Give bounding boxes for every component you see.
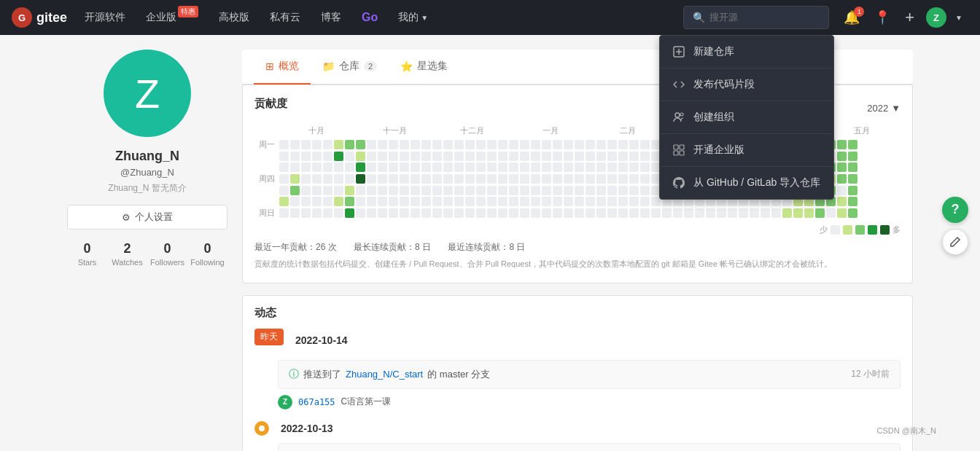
dropdown-enterprise[interactable]: 开通企业版	[660, 134, 833, 167]
commit-msg-0: C语言第一课	[341, 396, 392, 408]
contrib-cell	[334, 197, 343, 206]
contrib-cell	[553, 197, 562, 206]
nav-go[interactable]: Go	[353, 0, 386, 35]
repo-link-0[interactable]: Zhuang_N/C_start	[346, 369, 423, 380]
contrib-cell	[454, 186, 464, 195]
contrib-cell	[848, 186, 858, 195]
contrib-cell	[640, 208, 650, 218]
legend-cell-0	[831, 225, 840, 235]
contrib-cell	[607, 152, 617, 161]
dropdown-import-repo[interactable]: 从 GitHub / GitLab 导入仓库	[660, 167, 833, 199]
contrib-cell	[476, 140, 486, 149]
contrib-cell	[312, 162, 322, 172]
float-help: ?	[942, 197, 968, 255]
nav-private-cloud[interactable]: 私有云	[261, 0, 309, 35]
contrib-cell	[607, 197, 617, 206]
settings-button[interactable]: ⚙ 个人设置	[67, 205, 228, 230]
contrib-cell	[487, 186, 497, 195]
username: Zhuang_N	[67, 149, 228, 164]
nav-blog[interactable]: 博客	[312, 0, 350, 35]
user-menu-arrow[interactable]: ▼	[949, 9, 968, 26]
contrib-cell	[345, 174, 354, 184]
notification-btn[interactable]: 🔔 1	[838, 5, 866, 30]
contrib-cell	[509, 140, 518, 149]
contrib-cell	[345, 152, 354, 161]
add-btn[interactable]: +	[899, 4, 920, 31]
nav-mine[interactable]: 我的 ▼	[389, 0, 437, 35]
nav-campus[interactable]: 高校版	[210, 0, 258, 35]
svg-point-4	[680, 113, 683, 116]
contrib-cell	[367, 174, 376, 184]
contrib-cell	[421, 140, 431, 149]
contrib-cell	[454, 197, 464, 206]
contrib-cell	[618, 140, 628, 149]
user-avatar-btn[interactable]: Z	[926, 7, 946, 28]
contrib-cell	[531, 208, 540, 218]
nav-icons: 🔔 1 📍 + Z ▼	[838, 4, 968, 31]
stat-followers[interactable]: 0 Followers	[147, 241, 187, 267]
svg-rect-6	[680, 145, 684, 149]
commit-hash-0[interactable]: 067a155	[298, 397, 335, 407]
contrib-cell	[465, 174, 475, 184]
dropdown-new-snippet-label: 发布代码片段	[693, 78, 755, 91]
contrib-cell	[607, 186, 617, 195]
stat-watches[interactable]: 2 Watches	[107, 241, 147, 267]
contrib-cell	[301, 140, 311, 149]
contrib-cell	[596, 186, 606, 195]
stat-stars[interactable]: 0 Stars	[67, 241, 107, 267]
logo[interactable]: G gitee	[12, 7, 67, 28]
year-selector[interactable]: 2022 ▼	[867, 103, 901, 114]
contrib-cell	[531, 186, 540, 195]
contrib-cell	[487, 208, 497, 218]
tab-stars[interactable]: ⭐ 星选集	[389, 50, 459, 85]
contrib-cell	[290, 208, 300, 218]
contrib-cell	[411, 162, 420, 172]
search-box[interactable]: 🔍 搜开源	[683, 6, 829, 29]
location-icon-btn[interactable]: 📍	[868, 5, 896, 30]
contrib-cell	[476, 152, 486, 161]
contrib-cell	[531, 197, 540, 206]
contrib-cell	[509, 208, 518, 218]
contrib-cell	[520, 174, 529, 184]
activity-title: 动态	[254, 296, 901, 329]
contrib-cell	[411, 140, 420, 149]
contrib-cell	[389, 152, 398, 161]
contrib-cell	[312, 208, 322, 218]
contrib-cell	[531, 162, 540, 172]
legend-cell-2	[855, 225, 865, 235]
contrib-cell	[345, 140, 354, 149]
contrib-cell	[848, 152, 858, 161]
contrib-cell	[629, 140, 639, 149]
contrib-cell	[509, 152, 518, 161]
push-icon-0: ⓘ	[289, 368, 299, 381]
nav-open-source[interactable]: 开源软件	[76, 0, 134, 35]
contrib-cell	[334, 152, 343, 161]
contrib-cell	[443, 162, 453, 172]
feedback-button[interactable]	[942, 229, 968, 255]
contrib-cell	[498, 208, 508, 218]
contrib-cell	[629, 174, 639, 184]
dropdown-new-snippet[interactable]: 发布代码片段	[660, 68, 833, 101]
contrib-cell	[717, 208, 726, 218]
stat-following[interactable]: 0 Following	[187, 241, 228, 267]
contrib-cell	[575, 186, 584, 195]
contrib-cell	[728, 208, 737, 218]
tab-repos[interactable]: 📁 仓库 2	[311, 50, 389, 85]
chevron-down-icon: ▼	[891, 103, 901, 114]
contrib-cell	[520, 140, 529, 149]
contrib-cell	[465, 152, 475, 161]
dropdown-new-org[interactable]: 创建组织	[660, 101, 833, 134]
tab-overview[interactable]: ⊞ 概览	[254, 50, 311, 85]
contrib-cell	[411, 197, 420, 206]
user-handle: @Zhuang_N	[67, 167, 228, 178]
nav-enterprise[interactable]: 企业版 特惠	[137, 0, 207, 35]
contrib-cell	[564, 186, 573, 195]
dropdown-new-org-label: 创建组织	[693, 111, 734, 124]
contrib-cell	[586, 197, 595, 206]
contrib-cell	[586, 186, 595, 195]
dropdown-new-repo[interactable]: 新建仓库	[660, 36, 833, 68]
contrib-cell	[804, 208, 814, 218]
contrib-cell	[531, 174, 540, 184]
legend-cell-4	[880, 225, 890, 235]
help-button[interactable]: ?	[942, 197, 968, 223]
